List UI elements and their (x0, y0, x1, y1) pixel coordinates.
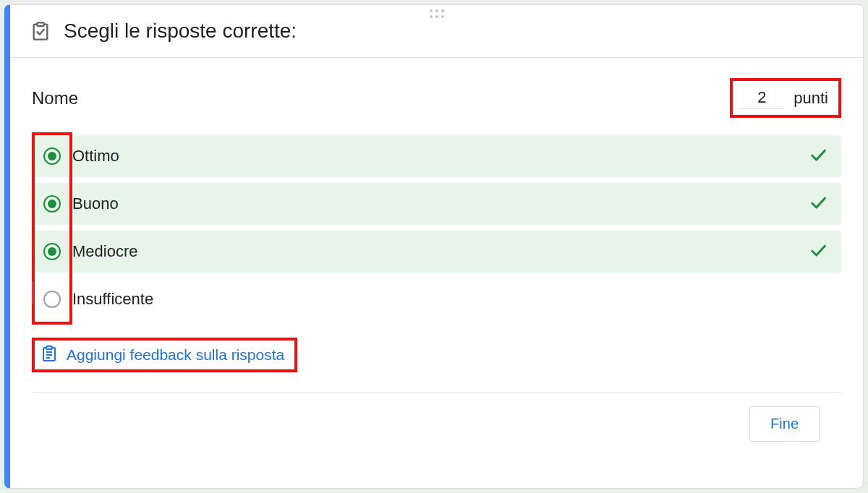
text-cursor (33, 281, 33, 304)
svg-rect-3 (46, 346, 52, 349)
question-row: Nome punti (32, 78, 841, 118)
content: Nome punti Ottimo (10, 58, 863, 488)
option-label: Mediocre (72, 242, 808, 261)
radio-container (32, 195, 72, 213)
check-icon (808, 145, 828, 168)
radio-container (32, 243, 72, 260)
points-box: punti (730, 78, 841, 118)
option-row[interactable]: Buono (32, 183, 841, 225)
done-button[interactable]: Fine (749, 406, 820, 442)
add-feedback-button[interactable]: Aggiungi feedback sulla risposta (32, 338, 297, 372)
check-icon (808, 192, 828, 215)
points-label: punti (793, 89, 828, 108)
option-label: Ottimo (72, 147, 808, 166)
radio-selected-icon[interactable] (43, 243, 61, 260)
option-row[interactable]: Mediocre (32, 231, 841, 273)
radio-selected-icon[interactable] (43, 195, 61, 213)
option-row[interactable]: Ottimo (32, 135, 841, 177)
check-icon (808, 240, 828, 263)
radio-container (32, 147, 72, 165)
footer: Fine (32, 393, 841, 455)
radio-container (32, 291, 72, 308)
answer-key-card: Scegli le risposte corrette: Nome punti … (4, 4, 864, 489)
points-input[interactable] (740, 87, 783, 109)
option-label: Buono (72, 194, 808, 213)
options-list: Ottimo Buono Mediocre (32, 135, 841, 320)
feedback-clipboard-icon (41, 345, 58, 365)
radio-selected-icon[interactable] (43, 147, 61, 165)
svg-rect-1 (37, 22, 43, 26)
option-label: Insufficente (72, 290, 828, 309)
question-title: Nome (32, 88, 78, 108)
drag-handle-icon[interactable] (430, 9, 444, 18)
option-row[interactable]: Insufficente (32, 278, 841, 320)
radio-unselected-icon[interactable] (43, 291, 61, 308)
feedback-label: Aggiungi feedback sulla risposta (67, 346, 284, 364)
header-title: Scegli le risposte corrette: (64, 20, 297, 43)
checkbox-clipboard-icon (30, 21, 51, 41)
